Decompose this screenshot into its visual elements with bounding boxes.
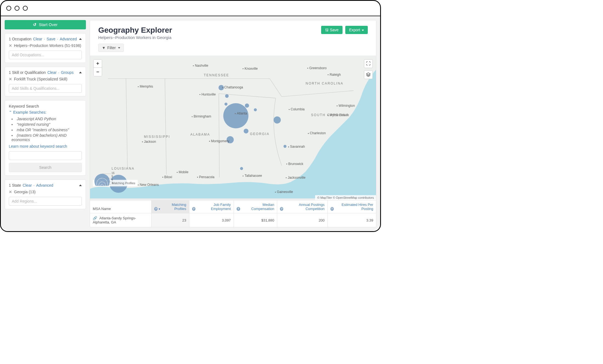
svg-point-13 xyxy=(308,133,309,134)
export-button[interactable]: Export xyxy=(345,26,368,34)
svg-point-23 xyxy=(286,177,287,178)
add-occupation-input[interactable] xyxy=(9,51,82,59)
add-region-input[interactable] xyxy=(9,197,82,206)
city-label: Jacksonville xyxy=(288,176,305,180)
svg-point-11 xyxy=(235,113,236,114)
keyword-input[interactable] xyxy=(9,151,82,160)
svg-point-22 xyxy=(243,175,243,176)
svg-point-2 xyxy=(243,68,243,69)
skill-clear-link[interactable]: Clear xyxy=(47,70,57,75)
browser-dot xyxy=(23,6,28,11)
save-button[interactable]: Save xyxy=(321,26,343,34)
occupation-save-link[interactable]: Save xyxy=(47,37,55,41)
keyword-example-item: "registered nursing" xyxy=(12,122,82,127)
occupation-count-label: 1 Occupation xyxy=(9,37,32,41)
col-postings-comp[interactable]: ?Annual Postings Competition xyxy=(277,200,327,213)
chevron-up-icon[interactable] xyxy=(79,72,82,73)
map-bubble[interactable] xyxy=(274,116,281,124)
add-skill-input[interactable] xyxy=(9,84,82,93)
state-label: NORTH CAROLINA xyxy=(306,82,344,85)
skill-chip: ✕ Forklift Truck (Specialized Skill) xyxy=(9,77,82,81)
skill-chip-label: Forklift Truck (Specialized Skill) xyxy=(14,77,68,81)
state-count-label: 1 State xyxy=(9,183,21,187)
city-label: Raleigh xyxy=(330,73,341,77)
city-label: Columbia xyxy=(291,107,305,111)
svg-point-15 xyxy=(209,141,210,142)
map-bubble[interactable] xyxy=(225,103,228,106)
svg-point-24 xyxy=(275,192,276,192)
map-bubble[interactable] xyxy=(245,103,249,108)
help-icon[interactable]: ? xyxy=(280,207,283,211)
map-bubble[interactable] xyxy=(225,94,229,98)
start-over-button[interactable]: Start Over xyxy=(5,20,86,29)
legend-title: Matching Profiles xyxy=(112,181,135,185)
map-bubble[interactable] xyxy=(240,167,243,170)
svg-point-7 xyxy=(200,94,200,95)
browser-frame: Start Over 1 Occupation Clear · Save · A… xyxy=(0,0,381,232)
svg-point-14 xyxy=(142,141,143,142)
occupation-clear-link[interactable]: Clear xyxy=(33,37,42,41)
skill-groups-link[interactable]: Groups xyxy=(61,70,74,75)
svg-point-18 xyxy=(177,172,178,173)
state-chip-label: Georgia (13) xyxy=(14,190,36,194)
map-bubble[interactable] xyxy=(284,145,287,148)
sidebar: Start Over 1 Occupation Clear · Save · A… xyxy=(5,20,86,227)
save-icon xyxy=(325,28,330,32)
col-msa-name[interactable]: MSA Name xyxy=(90,200,151,213)
help-icon[interactable]: ? xyxy=(237,207,240,211)
map-container[interactable]: NashvilleKnoxvilleGreensboroRaleighMemph… xyxy=(90,56,376,200)
chevron-up-icon[interactable] xyxy=(79,38,82,40)
zoom-controls: + − xyxy=(93,59,102,76)
remove-occupation-icon[interactable]: ✕ xyxy=(9,43,12,48)
map-svg: NashvilleKnoxvilleGreensboroRaleighMemph… xyxy=(90,56,376,200)
keyword-learn-more-link[interactable]: Learn more about keyword search xyxy=(9,144,82,149)
filter-button[interactable]: ▼ Filter xyxy=(98,44,124,52)
city-label: Montgomery xyxy=(211,139,229,143)
keyword-example-item: mba OR "masters of business" xyxy=(12,127,82,133)
zoom-in-button[interactable]: + xyxy=(94,60,102,68)
city-label: Jackson xyxy=(144,140,156,144)
city-label: Wilmington xyxy=(339,104,355,108)
help-icon[interactable]: ? xyxy=(192,207,196,211)
help-icon[interactable]: ? xyxy=(154,207,158,211)
map-bubble[interactable] xyxy=(254,108,257,111)
city-label: Savannah xyxy=(290,145,305,149)
state-panel: 1 State Clear · Advanced ✕ Georgia (13) xyxy=(5,180,86,209)
state-advanced-link[interactable]: Advanced xyxy=(36,183,53,187)
table-row[interactable]: 🔗Atlanta-Sandy Springs-Alpharetta, GA 23… xyxy=(90,213,376,227)
map-bubble[interactable] xyxy=(244,129,248,133)
chevron-up-icon[interactable] xyxy=(79,184,82,186)
zoom-out-button[interactable]: − xyxy=(94,68,102,76)
fullscreen-button[interactable]: ⛶ xyxy=(364,59,373,68)
city-label: Charleston xyxy=(310,131,326,135)
browser-dot xyxy=(15,6,19,11)
state-clear-link[interactable]: Clear xyxy=(23,183,32,187)
city-label: Memphis xyxy=(140,85,153,88)
city-label: Greensboro xyxy=(309,66,327,70)
state-label: GEORGIA xyxy=(250,132,270,136)
occupation-chip-label: Helpers--Production Workers (51-9198) xyxy=(14,43,81,48)
external-link-icon[interactable]: 🔗 xyxy=(93,216,97,220)
map-legend: Matching Profiles 16 9 4 1 xyxy=(93,180,138,186)
city-label: Gainesville xyxy=(277,190,293,194)
help-icon[interactable]: ? xyxy=(330,207,334,211)
keyword-example-toggle[interactable]: ⌃ Example Searches: xyxy=(9,110,82,114)
occupation-advanced-link[interactable]: Advanced xyxy=(60,37,77,41)
remove-skill-icon[interactable]: ✕ xyxy=(9,77,12,81)
remove-state-icon[interactable]: ✕ xyxy=(9,190,12,194)
keyword-search-button[interactable]: Search xyxy=(9,163,82,172)
keyword-panel: Keyword Search ⌃ Example Searches: Javas… xyxy=(5,100,86,176)
keyword-example-item: Javascript AND Python xyxy=(12,116,82,122)
browser-chrome xyxy=(1,1,380,16)
col-hires-per-posting[interactable]: ?Estimated Hires Per Posting xyxy=(327,200,376,213)
city-label: Atlanta xyxy=(237,111,247,115)
svg-point-12 xyxy=(192,116,192,117)
state-label: ALABAMA xyxy=(190,133,210,136)
map-bubble[interactable] xyxy=(223,103,249,128)
main-header: Geography Explorer Helpers--Production W… xyxy=(90,20,376,44)
layers-button[interactable] xyxy=(364,70,373,79)
col-matching-profiles[interactable]: ?▾Matching Profiles xyxy=(151,200,189,213)
col-job-family[interactable]: ?Job Family Employment xyxy=(189,200,234,213)
col-median-comp[interactable]: ?Median Compensation xyxy=(234,200,277,213)
filter-icon: ▼ xyxy=(102,46,106,50)
